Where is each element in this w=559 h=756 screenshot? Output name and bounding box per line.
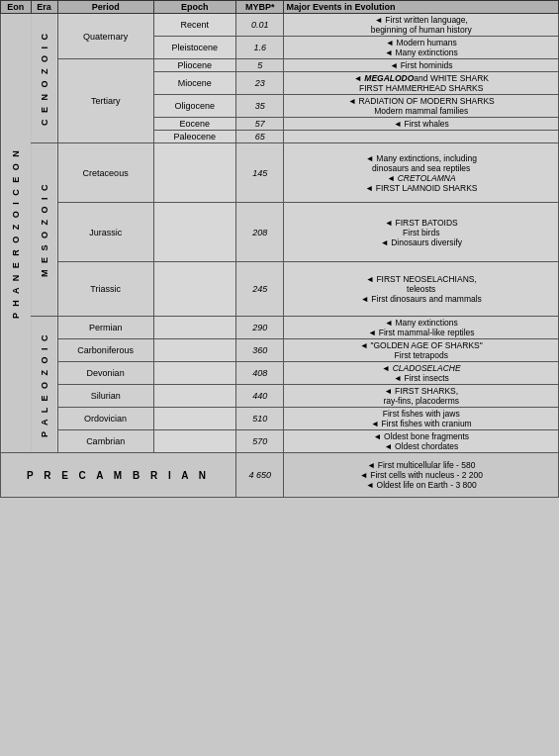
quaternary-period: Quaternary <box>57 14 153 59</box>
carboniferous-mybp: 360 <box>235 339 284 362</box>
tertiary-period: Tertiary <box>57 59 153 143</box>
cambrian-mybp: 570 <box>235 430 284 453</box>
table-row: Tertiary Pliocene 5 ◄ First hominids <box>1 59 559 72</box>
jurassic-period: Jurassic <box>57 203 153 262</box>
header-eon: Eon <box>1 1 32 14</box>
pleistocene-events: ◄ Modern humans◄ Many extinctions <box>284 37 559 59</box>
table-row: P A L E O Z O I C Permian 290 ◄ Many ext… <box>1 317 559 339</box>
permian-mybp: 290 <box>235 317 284 339</box>
miocene-events: ◄ MEGALODOand WHITE SHARKFIRST HAMMERHEA… <box>284 72 559 95</box>
header-era: Era <box>31 1 57 14</box>
permian-events: ◄ Many extinctions◄ First mammal-like re… <box>284 317 559 339</box>
ordovician-epoch <box>153 408 235 430</box>
triassic-events: ◄ FIRST NEOSELACHIANS,teleosts◄ First di… <box>284 262 559 317</box>
table-row: Cambrian 570 ◄ Oldest bone fragments◄ Ol… <box>1 430 559 453</box>
devonian-mybp: 408 <box>235 362 284 385</box>
silurian-period: Silurian <box>57 385 153 408</box>
carboniferous-epoch <box>153 339 235 362</box>
pliocene-events: ◄ First hominids <box>284 59 559 72</box>
cretaceous-mybp: 145 <box>235 143 284 203</box>
devonian-period: Devonian <box>57 362 153 385</box>
precambrian-events: ◄ First multicellular life - 580◄ First … <box>284 453 559 498</box>
silurian-events: ◄ FIRST SHARKS,ray-fins, placoderms <box>284 385 559 408</box>
mesozoic-era-cell: M E S O Z O I C <box>31 143 57 317</box>
miocene-mybp: 23 <box>235 72 284 95</box>
table-row: Carboniferous 360 ◄ "GOLDEN AGE OF SHARK… <box>1 339 559 362</box>
ordovician-period: Ordovician <box>57 408 153 430</box>
oligocene-epoch: Oligocene <box>153 95 235 118</box>
pleistocene-epoch: Pleistocene <box>153 37 235 59</box>
permian-epoch <box>153 317 235 339</box>
header-row: Eon Era Period Epoch MYBP* Major Events … <box>1 1 559 14</box>
pliocene-epoch: Pliocene <box>153 59 235 72</box>
eocene-epoch: Eocene <box>153 118 235 131</box>
triassic-mybp: 245 <box>235 262 284 317</box>
devonian-events: ◄ CLADOSELACHE◄ First insects <box>284 362 559 385</box>
ordovician-events: First fishes with jaws◄ First fishes wit… <box>284 408 559 430</box>
precambrian-label: P R E C A M B R I A N <box>1 453 236 498</box>
ordovician-mybp: 510 <box>235 408 284 430</box>
paleocene-epoch: Paleocene <box>153 131 235 143</box>
precambrian-mybp: 4 650 <box>235 453 284 498</box>
triassic-period: Triassic <box>57 262 153 317</box>
recent-mybp: 0.01 <box>235 14 284 37</box>
eocene-events: ◄ First whales <box>284 118 559 131</box>
cambrian-epoch <box>153 430 235 453</box>
oligocene-mybp: 35 <box>235 95 284 118</box>
cretaceous-epoch <box>153 143 235 203</box>
pliocene-mybp: 5 <box>235 59 284 72</box>
cenozoic-era-cell: C E N O Z O I C <box>31 14 57 143</box>
table-row: Ordovician 510 First fishes with jaws◄ F… <box>1 408 559 430</box>
permian-period: Permian <box>57 317 153 339</box>
cambrian-events: ◄ Oldest bone fragments◄ Oldest chordate… <box>284 430 559 453</box>
main-table: Eon Era Period Epoch MYBP* Major Events … <box>0 0 559 498</box>
precambrian-row: P R E C A M B R I A N 4 650 ◄ First mult… <box>1 453 559 498</box>
oligocene-events: ◄ RADIATION OF MODERN SHARKSModern mamma… <box>284 95 559 118</box>
devonian-epoch <box>153 362 235 385</box>
cretaceous-period: Cretaceous <box>57 143 153 203</box>
table-row: Jurassic 208 ◄ FIRST BATOIDSFirst birds◄… <box>1 203 559 262</box>
eocene-mybp: 57 <box>235 118 284 131</box>
cambrian-period: Cambrian <box>57 430 153 453</box>
paleocene-mybp: 65 <box>235 131 284 143</box>
triassic-epoch <box>153 262 235 317</box>
carboniferous-period: Carboniferous <box>57 339 153 362</box>
table-row: P H A N E R O Z O I C E O N C E N O Z O … <box>1 14 559 37</box>
cretaceous-events: ◄ Many extinctions, includingdinosaurs a… <box>284 143 559 203</box>
silurian-mybp: 440 <box>235 385 284 408</box>
header-mybp: MYBP* <box>235 1 284 14</box>
phanerozoic-eon-cell: P H A N E R O Z O I C E O N <box>1 14 32 453</box>
carboniferous-events: ◄ "GOLDEN AGE OF SHARKS"First tetrapods <box>284 339 559 362</box>
table-row: Triassic 245 ◄ FIRST NEOSELACHIANS,teleo… <box>1 262 559 317</box>
recent-events: ◄ First written language,beginning of hu… <box>284 14 559 37</box>
jurassic-events: ◄ FIRST BATOIDSFirst birds◄ Dinosaurs di… <box>284 203 559 262</box>
header-events: Major Events in Evolution <box>284 1 559 14</box>
miocene-epoch: Miocene <box>153 72 235 95</box>
header-period: Period <box>57 1 153 14</box>
paleocene-events <box>284 131 559 143</box>
header-epoch: Epoch <box>153 1 235 14</box>
table-row: M E S O Z O I C Cretaceous 145 ◄ Many ex… <box>1 143 559 203</box>
silurian-epoch <box>153 385 235 408</box>
jurassic-epoch <box>153 203 235 262</box>
table-row: Silurian 440 ◄ FIRST SHARKS,ray-fins, pl… <box>1 385 559 408</box>
recent-epoch: Recent <box>153 14 235 37</box>
paleozoic-era-cell: P A L E O Z O I C <box>31 317 57 453</box>
table-row: Devonian 408 ◄ CLADOSELACHE◄ First insec… <box>1 362 559 385</box>
jurassic-mybp: 208 <box>235 203 284 262</box>
pleistocene-mybp: 1.6 <box>235 37 284 59</box>
